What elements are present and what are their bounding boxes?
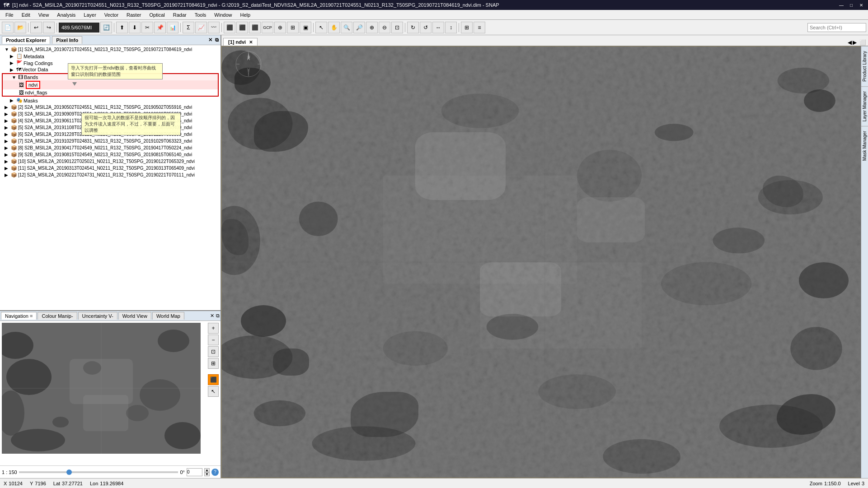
tree-toggle-8[interactable]: ▶ — [5, 145, 10, 150]
tb-zoom-in[interactable]: 🔍 — [341, 22, 352, 33]
nav-angle-input[interactable] — [187, 468, 202, 476]
tree-item-ndvi-flags[interactable]: 🖼 ndvi_flags — [3, 89, 218, 96]
tree-item-2[interactable]: ▶ 📦 [2] S2A_MSIL2A_20190502T024551_N0211… — [1, 104, 220, 111]
tb-target[interactable]: ⊕ — [274, 22, 286, 33]
tree-item-vector[interactable]: ▶ 🗺 Vector Data — [1, 66, 220, 73]
nav-zoom-in-btn[interactable]: + — [208, 323, 219, 334]
tree-item-4[interactable]: ▶ 📦 [4] S2A_MSIL2A_20190611T024551_N0212… — [1, 117, 220, 124]
nav-zoom-fit-btn[interactable]: ⊡ — [208, 346, 219, 357]
tree-item-12[interactable]: ▶ 📦 [12] S2A_MSIL2A_20190221T024731_N021… — [1, 172, 220, 178]
menu-vector[interactable]: Vector — [101, 11, 122, 19]
tb-more1[interactable]: ⊞ — [461, 22, 473, 33]
tab-arrow-right[interactable]: ▶ — [853, 39, 857, 46]
menu-view[interactable]: View — [35, 11, 53, 19]
tb-hand[interactable]: ✋ — [328, 22, 340, 33]
tree-item-8[interactable]: ▶ 📦 [8] S2B_MSIL2A_20190417T024549_N0211… — [1, 144, 220, 151]
tree-toggle-4[interactable]: ▶ — [5, 118, 10, 123]
tb-redo[interactable]: ↪ — [43, 22, 55, 33]
tree-toggle-5[interactable]: ▶ — [5, 125, 10, 130]
menu-tools[interactable]: Tools — [191, 11, 210, 19]
tb-stat[interactable]: Σ — [183, 22, 194, 33]
tree-item-flags[interactable]: ▶ 🚩 Flag Codings — [1, 60, 220, 66]
right-label-product-library[interactable]: Product Library — [861, 46, 868, 86]
tab-pixel-info[interactable]: Pixel Info — [52, 36, 82, 44]
tree-item-6[interactable]: ▶ 📦 [6] S2A_MSIL2A_20191228T025121_N0213… — [1, 131, 220, 138]
tree-item-ndvi[interactable]: 🖼 ndvi — [3, 80, 218, 89]
menu-optical[interactable]: Optical — [145, 11, 168, 19]
tb-b2[interactable]: ⬛ — [236, 22, 248, 33]
tb-flip-v[interactable]: ↕ — [445, 22, 457, 33]
tab-arrow-left[interactable]: ◀ — [848, 39, 852, 46]
tb-import[interactable]: ⬆ — [116, 22, 128, 33]
tb-chart[interactable]: 📊 — [167, 22, 178, 33]
tree-item-masks[interactable]: ▶ 🎭 Masks — [1, 97, 220, 104]
tree-toggle-10[interactable]: ▶ — [5, 159, 10, 164]
nav-zoom-out-btn[interactable]: − — [208, 335, 219, 345]
tb-zoom-plus[interactable]: ⊕ — [366, 22, 378, 33]
tb-grid[interactable]: ⊞ — [287, 22, 299, 33]
tree-toggle-7[interactable]: ▶ — [5, 139, 10, 144]
tree-toggle-3[interactable]: ▶ — [5, 112, 10, 116]
nav-zoom-slider[interactable] — [19, 471, 178, 473]
tab-world-view[interactable]: World View — [118, 312, 151, 320]
tb-gcp[interactable]: GCP — [262, 22, 273, 33]
tb-cursor[interactable]: ↖ — [315, 22, 327, 33]
tb-profile[interactable]: 〰 — [208, 22, 220, 33]
minimize-button[interactable]: — — [838, 2, 845, 8]
tab-colour-manip[interactable]: Colour Manip- — [38, 312, 77, 320]
menu-window[interactable]: Window — [211, 11, 235, 19]
bottom-panel-close[interactable]: ✕ — [210, 313, 214, 319]
tab-world-map[interactable]: World Map — [152, 312, 184, 320]
tab-ndvi-close[interactable]: ✕ — [249, 40, 253, 45]
tree-item-bands[interactable]: ▼ 🎞 Bands — [3, 74, 218, 80]
nav-help-btn[interactable]: ? — [211, 469, 219, 476]
tb-zoom-fit[interactable]: ⊡ — [391, 22, 403, 33]
tree-toggle-meta[interactable]: ▶ — [10, 54, 15, 59]
tb-pin[interactable]: 📌 — [154, 22, 166, 33]
angle-down[interactable]: ▼ — [204, 472, 210, 476]
nav-cursor-btn[interactable]: ↖ — [208, 386, 219, 397]
tree-item-metadata[interactable]: ▶ 📋 Metadata — [1, 53, 220, 60]
menu-raster[interactable]: Raster — [123, 11, 145, 19]
tb-export[interactable]: ⬇ — [129, 22, 141, 33]
tb-rotate-cw[interactable]: ↻ — [407, 22, 419, 33]
tree-toggle-flags[interactable]: ▶ — [10, 60, 15, 65]
tree-item-9[interactable]: ▶ 📦 [9] S2B_MSIL2A_20190815T024549_N0213… — [1, 151, 220, 158]
tab-product-explorer[interactable]: Product Explorer — [2, 36, 50, 44]
menu-layer[interactable]: Layer — [80, 11, 100, 19]
menu-edit[interactable]: Edit — [18, 11, 34, 19]
product-explorer-close[interactable]: ✕ — [208, 37, 212, 43]
tree-item-10[interactable]: ▶ 📦 [10] S2A_MSIL2A_20190122T025021_N021… — [1, 158, 220, 165]
tb-rotate-ccw[interactable]: ↺ — [420, 22, 432, 33]
tb-zoom-out[interactable]: 🔎 — [353, 22, 365, 33]
tree-item-1[interactable]: ▼ 📦 [1] S2A_MSIL2A_20190721T024551_N0213… — [1, 46, 220, 53]
tb-b3[interactable]: ⬛ — [249, 22, 261, 33]
tb-zoom-minus[interactable]: ⊖ — [379, 22, 390, 33]
nav-zoom-custom-btn[interactable]: ⊞ — [208, 358, 219, 369]
tree-item-3[interactable]: ▶ 📦 [3] S2A_MSIL2A_20190909T024551_N0213… — [1, 111, 220, 117]
tree-toggle-12[interactable]: ▶ — [5, 172, 10, 177]
tb-overlay[interactable]: ▣ — [300, 22, 311, 33]
tb-graph[interactable]: 📈 — [195, 22, 207, 33]
tb-sync[interactable]: 🔄 — [100, 22, 112, 33]
tree-toggle-bands[interactable]: ▼ — [12, 75, 17, 80]
tree-toggle-11[interactable]: ▶ — [5, 166, 10, 171]
tb-open[interactable]: 📂 — [14, 22, 26, 33]
tree-item-11[interactable]: ▶ 📦 [11] S2A_MSIL2A_20190313T024541_N021… — [1, 165, 220, 172]
tab-uncertainty[interactable]: Uncertainty V- — [78, 312, 117, 320]
maximize-button[interactable]: □ — [848, 2, 854, 8]
bottom-panel-float[interactable]: ⧉ — [216, 313, 220, 319]
menu-analysis[interactable]: Analysis — [53, 11, 79, 19]
tb-new[interactable]: 📄 — [2, 22, 14, 33]
tree-item-5[interactable]: ▶ 📦 [5] S2A_MSIL2A_20191108T024921_N0213… — [1, 124, 220, 131]
angle-up[interactable]: ▲ — [204, 468, 210, 472]
menu-radar[interactable]: Radar — [169, 11, 190, 19]
product-explorer-float[interactable]: ⧉ — [215, 37, 219, 43]
tb-undo[interactable]: ↩ — [30, 22, 42, 33]
search-input[interactable] — [807, 23, 866, 32]
menu-file[interactable]: File — [2, 11, 17, 19]
tab-ndvi-view[interactable]: [1] ndvi ✕ — [223, 38, 258, 46]
tab-maximize[interactable]: ⬜ — [859, 39, 866, 46]
tree-item-7[interactable]: ▶ 📦 [7] S2A_MSIL2A_20191029T024831_N0213… — [1, 138, 220, 144]
tree-toggle-2[interactable]: ▶ — [5, 105, 10, 110]
